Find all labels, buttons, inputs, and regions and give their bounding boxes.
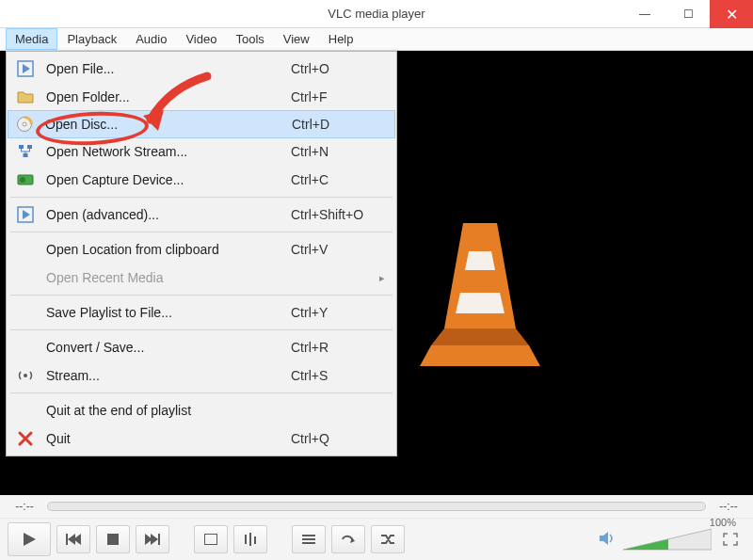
menu-item-shortcut: Ctrl+O (283, 61, 387, 76)
menubar: Media Playback Audio Video Tools View He… (0, 28, 753, 51)
volume-area (599, 526, 744, 552)
stream-icon (12, 365, 39, 386)
blank-icon (12, 337, 39, 358)
svg-marker-18 (24, 533, 36, 546)
menu-item-label: Save Playlist to File... (46, 305, 283, 320)
menu-item: Open Recent Media▸ (8, 264, 394, 292)
fullscreen-toggle-icon[interactable] (717, 526, 744, 552)
menu-item-label: Open Disc... (45, 117, 284, 132)
menu-item-shortcut: Ctrl+Shift+O (283, 207, 387, 222)
menu-item-label: Open File... (46, 61, 283, 76)
svg-rect-28 (249, 533, 251, 546)
menu-item[interactable]: Open Network Stream...Ctrl+N (8, 137, 394, 166)
menu-separator (10, 197, 393, 198)
menu-item[interactable]: Convert / Save...Ctrl+R (8, 333, 394, 361)
equalizer-icon (244, 533, 257, 546)
menu-tools[interactable]: Tools (226, 28, 273, 50)
menu-item-label: Stream... (46, 368, 283, 383)
svg-marker-34 (600, 532, 608, 545)
menu-item-label: Quit at the end of playlist (46, 403, 283, 418)
next-icon (145, 534, 160, 545)
menu-item[interactable]: Stream...Ctrl+S (8, 361, 394, 390)
svg-rect-27 (245, 535, 247, 544)
minimize-button[interactable] (623, 0, 666, 28)
menu-item-shortcut: Ctrl+Q (283, 431, 387, 446)
menu-item[interactable]: Open File...Ctrl+O (8, 55, 394, 83)
svg-point-8 (23, 122, 26, 126)
speaker-icon[interactable] (599, 531, 617, 549)
disc-icon (11, 114, 38, 135)
vlc-cone-icon (414, 216, 546, 376)
menu-item[interactable]: QuitCtrl+Q (8, 424, 394, 453)
menu-item-label: Convert / Save... (46, 340, 283, 355)
menu-item-shortcut: Ctrl+N (283, 144, 387, 159)
maximize-button[interactable] (666, 0, 710, 28)
svg-rect-32 (302, 542, 315, 544)
svg-rect-26 (204, 534, 217, 545)
menu-item-shortcut: Ctrl+S (283, 368, 387, 383)
menu-item-label: Open (advanced)... (46, 207, 283, 222)
menu-playback[interactable]: Playback (57, 28, 126, 50)
menu-help[interactable]: Help (319, 28, 363, 50)
menu-item-label: Open Folder... (46, 89, 283, 104)
svg-point-16 (24, 374, 27, 377)
network-icon (12, 141, 39, 162)
menu-separator (10, 295, 393, 296)
controls-bar: 100% (0, 518, 753, 560)
svg-rect-31 (302, 538, 315, 540)
media-menu-dropdown: Open File...Ctrl+OOpen Folder...Ctrl+FOp… (6, 51, 397, 456)
menu-item-shortcut: Ctrl+V (283, 242, 387, 257)
folder-icon (12, 87, 39, 107)
menu-separator (10, 232, 393, 232)
titlebar: VLC media player (0, 0, 753, 28)
menu-item-shortcut: Ctrl+D (284, 117, 388, 132)
loop-button[interactable] (331, 525, 365, 553)
blank-icon (12, 302, 39, 323)
play-icon (22, 532, 37, 547)
loop-icon (341, 534, 356, 545)
menu-item[interactable]: Open Disc...Ctrl+D (8, 110, 395, 138)
menu-video[interactable]: Video (176, 28, 226, 50)
svg-rect-9 (19, 145, 24, 149)
playlist-button[interactable] (292, 525, 326, 553)
quit-icon (12, 428, 39, 449)
play-file-icon (12, 58, 39, 79)
menu-item[interactable]: Open Capture Device...Ctrl+C (8, 166, 394, 194)
prev-button[interactable] (56, 525, 90, 553)
stop-button[interactable] (96, 525, 130, 553)
seekbar[interactable] (47, 502, 706, 511)
svg-marker-3 (420, 345, 540, 366)
shuffle-icon (380, 534, 395, 545)
ext-settings-button[interactable] (233, 525, 267, 553)
shuffle-button[interactable] (371, 525, 405, 553)
svg-rect-29 (254, 536, 256, 544)
menu-item[interactable]: Quit at the end of playlist (8, 396, 394, 424)
volume-percent: 100% (710, 517, 736, 528)
menu-media[interactable]: Media (6, 28, 57, 50)
close-button[interactable] (710, 0, 753, 28)
menu-audio[interactable]: Audio (126, 28, 176, 50)
menu-item-label: Quit (46, 431, 283, 446)
menu-item[interactable]: Open (advanced)...Ctrl+Shift+O (8, 200, 394, 229)
svg-marker-4 (431, 328, 529, 345)
svg-rect-19 (66, 534, 68, 545)
menu-item[interactable]: Open Location from clipboardCtrl+V (8, 235, 394, 264)
svg-point-13 (20, 177, 25, 183)
volume-slider[interactable] (623, 527, 712, 552)
menu-item[interactable]: Open Folder...Ctrl+F (8, 83, 394, 111)
menu-item[interactable]: Save Playlist to File...Ctrl+Y (8, 298, 394, 327)
submenu-arrow-icon: ▸ (379, 272, 385, 284)
blank-icon (12, 400, 39, 421)
menu-view[interactable]: View (274, 28, 319, 50)
svg-rect-10 (27, 145, 32, 149)
next-button[interactable] (136, 525, 169, 553)
menu-item-shortcut: Ctrl+F (283, 89, 387, 104)
fullscreen-button[interactable] (194, 525, 228, 553)
svg-marker-6 (23, 64, 30, 73)
menu-item-label: Open Capture Device... (46, 172, 283, 187)
play-button[interactable] (8, 522, 51, 556)
window-buttons (623, 0, 753, 28)
blank-icon (12, 239, 39, 260)
svg-marker-24 (151, 534, 158, 545)
menu-item-label: Open Recent Media (46, 270, 283, 285)
